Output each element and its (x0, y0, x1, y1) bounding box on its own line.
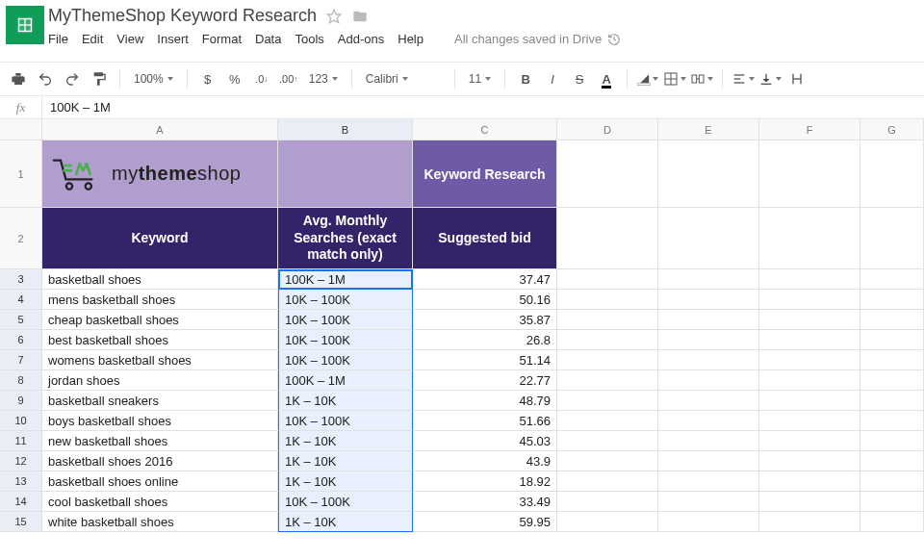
menu-data[interactable]: Data (255, 32, 281, 46)
cell[interactable] (658, 492, 759, 512)
cell[interactable] (658, 512, 759, 532)
cell[interactable] (557, 411, 658, 431)
select-all-corner[interactable] (0, 119, 42, 140)
row-header[interactable]: 10 (0, 411, 42, 431)
cell-F2[interactable] (759, 208, 860, 269)
strikethrough-button[interactable]: S (567, 66, 592, 91)
cell[interactable] (658, 471, 759, 492)
cell[interactable] (860, 350, 924, 370)
cell[interactable] (759, 290, 860, 310)
redo-button[interactable] (60, 66, 85, 91)
cell[interactable] (860, 431, 924, 451)
bold-button[interactable]: B (513, 66, 538, 91)
row-header[interactable]: 15 (0, 512, 42, 532)
col-header-e[interactable]: E (658, 119, 759, 140)
cell-searches[interactable]: 10K – 100K (278, 310, 413, 330)
cell[interactable] (860, 290, 924, 310)
cell[interactable] (759, 492, 860, 512)
cell[interactable] (860, 512, 924, 532)
cell[interactable] (759, 512, 860, 532)
cell-C2[interactable]: Suggested bid (413, 208, 557, 269)
cell[interactable] (658, 350, 759, 370)
cell[interactable] (860, 370, 924, 391)
cell-bid[interactable]: 51.14 (413, 350, 557, 370)
cell-searches[interactable]: 1K – 10K (278, 471, 413, 492)
cell-E3[interactable] (658, 269, 759, 290)
cell[interactable] (759, 350, 860, 370)
cell-bid[interactable]: 59.95 (413, 512, 557, 532)
cell-bid[interactable]: 50.16 (413, 290, 557, 310)
star-icon[interactable] (326, 9, 342, 24)
row-header[interactable]: 1 (0, 140, 42, 208)
row-header[interactable]: 8 (0, 370, 42, 391)
cell-keyword[interactable]: best basketball shoes (42, 330, 278, 350)
cell-bid[interactable]: 43.9 (413, 451, 557, 471)
row-header[interactable]: 2 (0, 208, 42, 269)
cell[interactable] (759, 411, 860, 431)
cell-bid[interactable]: 22.77 (413, 370, 557, 391)
cell-keyword[interactable]: boys basketball shoes (42, 411, 278, 431)
cell-searches[interactable]: 100K – 1M (278, 370, 413, 391)
cell-bid[interactable]: 26.8 (413, 330, 557, 350)
cell-keyword[interactable]: cheap basketball shoes (42, 310, 278, 330)
undo-button[interactable] (33, 66, 58, 91)
cell[interactable] (759, 370, 860, 391)
paint-format-button[interactable] (87, 66, 112, 91)
cell[interactable] (759, 391, 860, 411)
cell[interactable] (658, 310, 759, 330)
cell-keyword[interactable]: basketball sneakers (42, 391, 278, 411)
cell-bid[interactable]: 35.87 (413, 310, 557, 330)
menu-insert[interactable]: Insert (157, 32, 189, 46)
cell-B3[interactable]: 100K – 1M (278, 269, 413, 290)
cell-C3[interactable]: 37.47 (413, 269, 557, 290)
cell[interactable] (658, 451, 759, 471)
cell-C1[interactable]: Keyword Research (413, 140, 557, 208)
text-wrap-button[interactable] (784, 66, 809, 91)
cell-G1[interactable] (860, 140, 924, 208)
cell[interactable] (557, 330, 658, 350)
italic-button[interactable]: I (540, 66, 565, 91)
row-header[interactable]: 6 (0, 330, 42, 350)
cell[interactable] (658, 330, 759, 350)
doc-title[interactable]: MyThemeShop Keyword Research (48, 6, 317, 26)
cell-searches[interactable]: 1K – 10K (278, 391, 413, 411)
cell[interactable] (658, 431, 759, 451)
col-header-a[interactable]: A (42, 119, 278, 140)
cell[interactable] (658, 391, 759, 411)
fx-label[interactable]: fx (0, 96, 42, 118)
cell[interactable] (759, 310, 860, 330)
cell[interactable] (860, 471, 924, 492)
cell[interactable] (860, 492, 924, 512)
folder-icon[interactable] (351, 9, 369, 24)
col-header-g[interactable]: G (860, 119, 924, 140)
cell-bid[interactable]: 18.92 (413, 471, 557, 492)
cell-A1[interactable]: mythemeshop (42, 140, 278, 208)
cell-G2[interactable] (860, 208, 924, 269)
font-size-dropdown[interactable]: 11 (463, 66, 497, 91)
row-header[interactable]: 14 (0, 492, 42, 512)
cell-searches[interactable]: 10K – 100K (278, 330, 413, 350)
col-header-b[interactable]: B (278, 119, 413, 140)
cell[interactable] (557, 310, 658, 330)
cell-B1[interactable] (278, 140, 413, 208)
cell-searches[interactable]: 10K – 100K (278, 350, 413, 370)
cell[interactable] (658, 370, 759, 391)
cell[interactable] (860, 391, 924, 411)
cell-F1[interactable] (759, 140, 860, 208)
menu-addons[interactable]: Add-ons (338, 32, 384, 46)
cell[interactable] (759, 431, 860, 451)
cell-keyword[interactable]: cool basketball shoes (42, 492, 278, 512)
cell[interactable] (658, 290, 759, 310)
cell-bid[interactable]: 51.66 (413, 411, 557, 431)
spreadsheet-grid[interactable]: A B C D E F G 1 mythemeshop Keyword Rese… (0, 119, 924, 532)
cell[interactable] (860, 411, 924, 431)
menu-help[interactable]: Help (398, 32, 424, 46)
cell-E1[interactable] (658, 140, 759, 208)
cell-keyword[interactable]: basketball shoes 2016 (42, 451, 278, 471)
cell[interactable] (557, 350, 658, 370)
cell-searches[interactable]: 1K – 10K (278, 431, 413, 451)
cell[interactable] (759, 471, 860, 492)
cell-G3[interactable] (860, 269, 924, 290)
cell[interactable] (759, 330, 860, 350)
cell-A2[interactable]: Keyword (42, 208, 278, 269)
